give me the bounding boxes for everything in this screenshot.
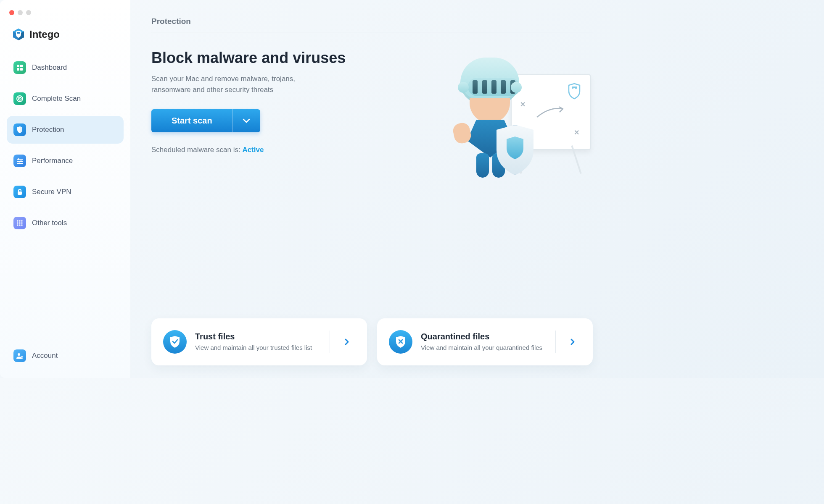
- card-body: Trust files View and maintain all your t…: [195, 332, 321, 352]
- svg-point-23: [17, 222, 18, 224]
- svg-rect-8: [17, 68, 19, 71]
- maximize-window-button[interactable]: [26, 10, 31, 15]
- sidebar-item-label: Account: [32, 352, 58, 360]
- whiteboard-arrow-icon: [533, 105, 566, 121]
- whiteboard-shield-icon: [567, 83, 581, 100]
- svg-point-24: [19, 222, 21, 224]
- hero-text: Block malware and viruses Scan your Mac …: [151, 49, 429, 310]
- chevron-down-icon: [243, 118, 250, 123]
- sidebar-item-label: Dashboard: [32, 63, 67, 72]
- card-subtitle: View and maintain all your trusted files…: [195, 343, 321, 352]
- svg-point-14: [18, 158, 19, 160]
- svg-rect-9: [20, 68, 23, 71]
- hero-heading: Block malware and viruses: [151, 49, 429, 67]
- sidebar-item-protection[interactable]: Protection: [7, 116, 124, 144]
- card-title: Quarantined files: [421, 332, 547, 341]
- svg-rect-34: [572, 87, 577, 88]
- sidebar-item-complete-scan[interactable]: Complete Scan: [7, 85, 124, 113]
- svg-point-31: [21, 357, 22, 358]
- svg-rect-5: [19, 32, 20, 34]
- sidebar-item-dashboard[interactable]: Dashboard: [7, 54, 124, 81]
- svg-rect-7: [20, 65, 23, 67]
- action-cards: Trust files View and maintain all your t…: [151, 318, 593, 365]
- svg-point-16: [20, 160, 22, 162]
- quarantined-files-card[interactable]: Quarantined files View and maintain all …: [377, 318, 593, 365]
- close-window-button[interactable]: [9, 10, 14, 15]
- svg-point-26: [17, 224, 18, 226]
- nav: Dashboard Complete Scan Protection Perfo…: [7, 54, 124, 370]
- svg-point-18: [18, 163, 20, 164]
- card-title: Trust files: [195, 332, 321, 341]
- account-icon: [13, 349, 26, 362]
- lock-icon: [13, 186, 26, 198]
- sliders-icon: [13, 155, 26, 167]
- shield-x-icon: [389, 330, 412, 354]
- sidebar: Intego Dashboard Complete Scan Protectio: [0, 0, 130, 378]
- scheduled-scan-status: Scheduled malware scan is: Active: [151, 146, 429, 154]
- svg-point-27: [19, 224, 21, 226]
- svg-point-21: [19, 220, 21, 222]
- svg-point-20: [17, 220, 18, 222]
- start-scan-button-group: Start scan: [151, 109, 260, 132]
- sidebar-item-account[interactable]: Account: [7, 342, 124, 370]
- hero-illustration: ✕ ✕: [446, 49, 593, 310]
- chevron-right-icon: [564, 338, 581, 346]
- svg-rect-19: [18, 192, 22, 195]
- svg-point-29: [18, 353, 20, 356]
- start-scan-dropdown-button[interactable]: [232, 109, 260, 132]
- divider: [555, 331, 556, 353]
- sidebar-item-label: Complete Scan: [32, 94, 81, 103]
- sidebar-item-label: Protection: [32, 126, 64, 134]
- svg-point-28: [21, 224, 23, 226]
- svg-point-12: [19, 98, 20, 99]
- knight-shield-icon: [494, 125, 536, 175]
- page-title: Protection: [151, 17, 593, 32]
- trust-files-card[interactable]: Trust files View and maintain all your t…: [151, 318, 367, 365]
- card-subtitle: View and maintain all your quarantined f…: [421, 343, 547, 352]
- sidebar-item-label: Performance: [32, 157, 73, 165]
- dashboard-icon: [13, 61, 26, 74]
- brand: Intego: [7, 24, 124, 54]
- chevron-right-icon: [338, 338, 355, 346]
- hero-section: Block malware and viruses Scan your Mac …: [151, 32, 593, 310]
- shield-icon: [13, 123, 26, 136]
- card-body: Quarantined files View and maintain all …: [421, 332, 547, 352]
- sidebar-item-performance[interactable]: Performance: [7, 147, 124, 175]
- sidebar-item-label: Other tools: [32, 219, 67, 227]
- start-scan-button[interactable]: Start scan: [151, 109, 232, 132]
- status-prefix: Scheduled malware scan is:: [151, 146, 242, 154]
- grid-dots-icon: [13, 217, 26, 229]
- sidebar-item-label: Secure VPN: [32, 188, 71, 196]
- scan-icon: [13, 92, 26, 105]
- svg-rect-4: [17, 32, 18, 34]
- divider: [330, 331, 330, 353]
- status-value: Active: [242, 146, 264, 154]
- app-window: Intego Dashboard Complete Scan Protectio: [0, 0, 614, 378]
- shield-check-icon: [163, 330, 187, 354]
- knight-mascot-illustration: ✕ ✕: [452, 49, 586, 184]
- svg-point-22: [21, 220, 23, 222]
- main-content: Protection Block malware and viruses Sca…: [130, 0, 614, 378]
- knight-figure: [456, 58, 532, 184]
- hero-subheading: Scan your Mac and remove malware, trojan…: [151, 74, 328, 95]
- brand-logo-icon: [12, 28, 25, 41]
- svg-rect-6: [17, 65, 19, 67]
- whiteboard-x-mark: ✕: [574, 129, 579, 136]
- window-controls: [7, 8, 124, 24]
- sidebar-item-other-tools[interactable]: Other tools: [7, 209, 124, 237]
- svg-point-25: [21, 222, 23, 224]
- sidebar-item-secure-vpn[interactable]: Secure VPN: [7, 178, 124, 206]
- minimize-window-button[interactable]: [18, 10, 23, 15]
- brand-name: Intego: [29, 29, 60, 40]
